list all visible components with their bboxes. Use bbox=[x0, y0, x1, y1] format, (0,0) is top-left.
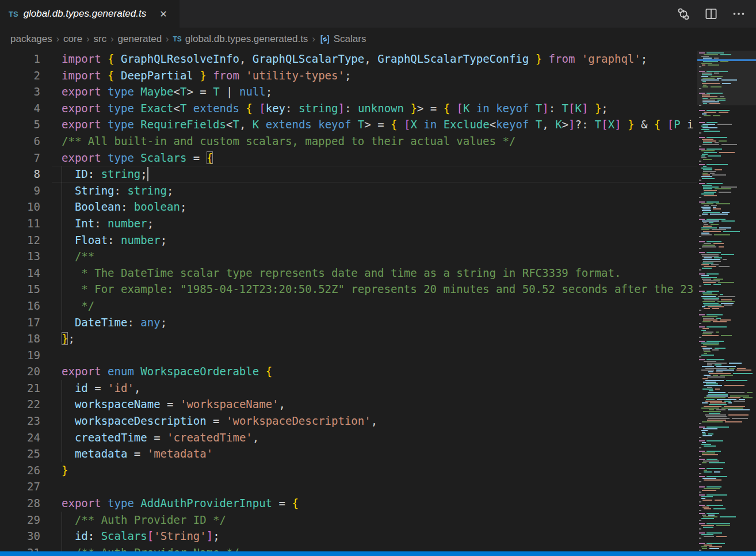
open-changes-icon[interactable] bbox=[675, 6, 692, 22]
line-number-27[interactable]: 27 bbox=[0, 478, 40, 495]
line-number-1[interactable]: 1 bbox=[0, 51, 40, 67]
line-number-28[interactable]: 28 bbox=[0, 495, 40, 512]
code-line-12[interactable]: Float: number; bbox=[62, 232, 697, 249]
breadcrumb-item-scalars[interactable]: Scalars bbox=[319, 33, 366, 45]
line-number-20[interactable]: 20 bbox=[0, 363, 40, 380]
minimap[interactable] bbox=[697, 51, 756, 551]
line-number-22[interactable]: 22 bbox=[0, 396, 40, 413]
line-number-29[interactable]: 29 bbox=[0, 512, 40, 528]
code-area[interactable]: import { GraphQLResolveInfo, GraphQLScal… bbox=[52, 51, 697, 551]
breadcrumb-label: packages bbox=[10, 33, 52, 45]
breadcrumb-separator: › bbox=[166, 34, 169, 44]
line-number-18[interactable]: 18 bbox=[0, 330, 40, 347]
line-number-3[interactable]: 3 bbox=[0, 83, 40, 100]
code-line-1[interactable]: import { GraphQLResolveInfo, GraphQLScal… bbox=[62, 51, 697, 67]
line-number-24[interactable]: 24 bbox=[0, 429, 40, 446]
line-number-5[interactable]: 5 bbox=[0, 116, 40, 133]
breadcrumb-label: core bbox=[63, 33, 82, 45]
code-line-28[interactable]: export type AddAuthProviderInput = { bbox=[62, 495, 697, 512]
line-number-11[interactable]: 11 bbox=[0, 215, 40, 232]
code-line-23[interactable]: workspaceDescription = 'workspaceDescrip… bbox=[62, 413, 697, 429]
breadcrumb-label: global.db.types.generated.ts bbox=[185, 33, 308, 45]
code-line-18[interactable]: }; bbox=[62, 330, 697, 347]
code-line-26[interactable]: } bbox=[62, 462, 697, 479]
vscode-editor-window: TS global.db.types.generated.ts ✕ bbox=[0, 0, 756, 556]
code-line-14[interactable]: * The DateTime scalar type represents da… bbox=[62, 265, 697, 281]
symbol-type-icon bbox=[319, 34, 330, 45]
code-line-7[interactable]: export type Scalars = { bbox=[62, 150, 697, 166]
line-number-26[interactable]: 26 bbox=[0, 462, 40, 479]
minimap-slider[interactable] bbox=[697, 51, 756, 105]
code-line-29[interactable]: /** Auth Provider ID */ bbox=[62, 512, 697, 528]
line-number-25[interactable]: 25 bbox=[0, 445, 40, 462]
line-number-14[interactable]: 14 bbox=[0, 265, 40, 281]
code-line-21[interactable]: id = 'id', bbox=[62, 380, 697, 397]
code-line-6[interactable]: /** All built-in and custom scalars, map… bbox=[62, 133, 697, 150]
editor-pane[interactable]: 1234567891011121314151617181920212223242… bbox=[0, 51, 756, 551]
breadcrumb-item-global-db-types-generated-ts[interactable]: TSglobal.db.types.generated.ts bbox=[173, 33, 308, 45]
line-number-2[interactable]: 2 bbox=[0, 67, 40, 84]
breadcrumb-item-packages[interactable]: packages bbox=[10, 33, 52, 45]
line-number-7[interactable]: 7 bbox=[0, 150, 40, 166]
breadcrumb-item-src[interactable]: src bbox=[94, 33, 107, 45]
line-number-23[interactable]: 23 bbox=[0, 413, 40, 429]
code-line-9[interactable]: String: string; bbox=[62, 182, 697, 199]
line-number-13[interactable]: 13 bbox=[0, 248, 40, 265]
code-line-13[interactable]: /** bbox=[62, 248, 697, 265]
code-line-5[interactable]: export type RequireFields<T, K extends k… bbox=[62, 116, 697, 133]
code-line-4[interactable]: export type Exact<T extends { [key: stri… bbox=[62, 100, 697, 117]
line-number-21[interactable]: 21 bbox=[0, 380, 40, 397]
line-number-30[interactable]: 30 bbox=[0, 528, 40, 544]
code-line-30[interactable]: id: Scalars['String']; bbox=[62, 528, 697, 544]
code-line-2[interactable]: import { DeepPartial } from 'utility-typ… bbox=[62, 67, 697, 84]
status-bar bbox=[0, 551, 756, 556]
tab-bar: TS global.db.types.generated.ts ✕ bbox=[0, 0, 756, 28]
more-actions-icon[interactable] bbox=[731, 6, 747, 22]
breadcrumb-separator: › bbox=[110, 34, 113, 44]
code-line-24[interactable]: createdTime = 'createdTime', bbox=[62, 429, 697, 446]
breadcrumb-item-core[interactable]: core bbox=[63, 33, 82, 45]
split-editor-icon[interactable] bbox=[703, 6, 719, 22]
tab-close-icon[interactable]: ✕ bbox=[157, 7, 169, 21]
line-number-17[interactable]: 17 bbox=[0, 314, 40, 331]
code-line-17[interactable]: DateTime: any; bbox=[62, 314, 697, 331]
line-number-6[interactable]: 6 bbox=[0, 133, 40, 150]
line-number-16[interactable]: 16 bbox=[0, 298, 40, 314]
code-line-15[interactable]: * For example: "1985-04-12T23:20:50.52Z"… bbox=[62, 281, 697, 298]
breadcrumb: packages›core›src›generated›TSglobal.db.… bbox=[0, 28, 756, 51]
tab-global-db-types-generated-ts[interactable]: TS global.db.types.generated.ts ✕ bbox=[0, 0, 180, 28]
breadcrumb-label: Scalars bbox=[334, 33, 366, 45]
ts-file-icon: TS bbox=[9, 10, 18, 18]
code-line-8[interactable]: ID: string; bbox=[62, 166, 697, 182]
breadcrumb-label: src bbox=[94, 33, 107, 45]
line-number-12[interactable]: 12 bbox=[0, 232, 40, 249]
code-line-25[interactable]: metadata = 'metadata' bbox=[62, 445, 697, 462]
code-line-10[interactable]: Boolean: boolean; bbox=[62, 199, 697, 215]
code-line-11[interactable]: Int: number; bbox=[62, 215, 697, 232]
code-line-16[interactable]: */ bbox=[62, 298, 697, 314]
tab-label: global.db.types.generated.ts bbox=[24, 8, 147, 20]
breadcrumb-separator: › bbox=[86, 34, 89, 44]
breadcrumb-item-generated[interactable]: generated bbox=[118, 33, 162, 45]
code-line-3[interactable]: export type Maybe<T> = T | null; bbox=[62, 83, 697, 100]
line-number-8[interactable]: 8 bbox=[0, 166, 40, 182]
line-number-15[interactable]: 15 bbox=[0, 281, 40, 298]
code-line-31[interactable]: /** Auth Provider Name */ bbox=[62, 544, 697, 551]
gutter: 1234567891011121314151617181920212223242… bbox=[0, 51, 52, 551]
breadcrumb-separator: › bbox=[312, 34, 315, 44]
text-cursor bbox=[147, 167, 148, 181]
code-line-20[interactable]: export enum WorkspaceOrderable { bbox=[62, 363, 697, 380]
breadcrumb-separator: › bbox=[56, 34, 59, 44]
line-number-9[interactable]: 9 bbox=[0, 182, 40, 199]
line-number-19[interactable]: 19 bbox=[0, 347, 40, 364]
code-line-19[interactable] bbox=[62, 347, 697, 364]
breadcrumb-label: generated bbox=[118, 33, 162, 45]
editor-actions bbox=[675, 0, 756, 28]
code-line-22[interactable]: workspaceName = 'workspaceName', bbox=[62, 396, 697, 413]
editor-content[interactable]: import { GraphQLResolveInfo, GraphQLScal… bbox=[52, 51, 697, 551]
ts-file-icon: TS bbox=[173, 35, 181, 43]
code-line-27[interactable] bbox=[62, 478, 697, 495]
line-number-4[interactable]: 4 bbox=[0, 100, 40, 117]
line-number-31[interactable]: 31 bbox=[0, 544, 40, 551]
line-number-10[interactable]: 10 bbox=[0, 199, 40, 215]
